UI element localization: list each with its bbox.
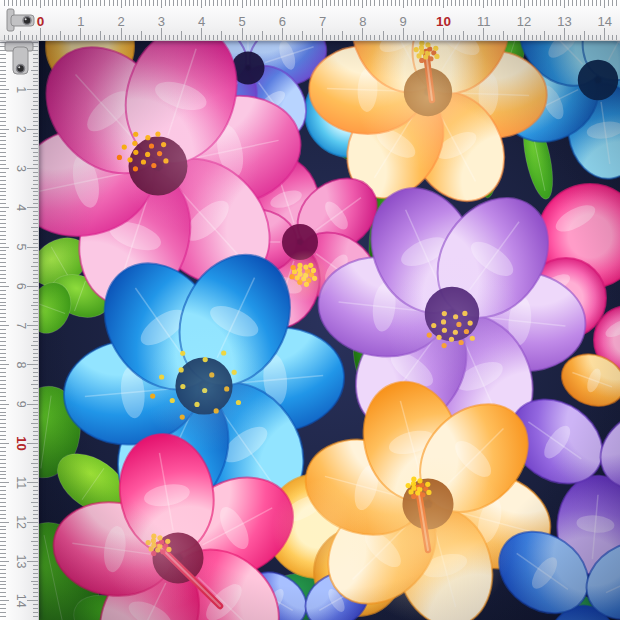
hruler-number-11: 11	[477, 14, 491, 29]
vruler-metal-end	[5, 42, 33, 74]
hruler-rivet-hole	[23, 17, 31, 25]
fabric-scale-photo: 1234567891011121314 01234567891011121314	[0, 0, 620, 620]
vruler-number-12: 12	[14, 515, 28, 529]
vruler-number-7: 7	[14, 322, 28, 329]
hruler-metal-end	[7, 9, 34, 31]
hruler-number-6: 6	[279, 14, 286, 29]
vruler-rivet-hole	[17, 65, 25, 73]
vruler-number-14: 14	[14, 594, 28, 608]
horizontal-ruler-scale: 01234567891011121314	[0, 0, 620, 40]
vruler-number-4: 4	[14, 204, 28, 211]
hruler-number-9: 9	[400, 14, 407, 29]
hruler-number-0: 0	[37, 14, 45, 29]
vruler-number-1: 1	[14, 86, 28, 93]
hruler-number-1: 1	[77, 14, 84, 29]
vruler-number-2: 2	[14, 126, 28, 133]
vertical-ruler: 1234567891011121314	[0, 40, 39, 620]
hruler-number-5: 5	[238, 14, 245, 29]
horizontal-ruler: 01234567891011121314	[0, 0, 620, 41]
hruler-number-13: 13	[557, 14, 571, 29]
hruler-number-10: 10	[436, 14, 451, 29]
hruler-number-2: 2	[117, 14, 124, 29]
vruler-number-3: 3	[14, 165, 28, 172]
hruler-number-8: 8	[359, 14, 366, 29]
vertical-ruler-scale: 1234567891011121314	[0, 40, 38, 620]
vruler-number-5: 5	[14, 244, 28, 251]
vruler-number-8: 8	[14, 361, 28, 368]
flower-fabric-photo	[38, 40, 620, 620]
vruler-number-9: 9	[14, 401, 28, 408]
vruler-number-13: 13	[14, 554, 28, 568]
hruler-number-3: 3	[158, 14, 165, 29]
hruler-number-12: 12	[517, 14, 531, 29]
hruler-number-14: 14	[597, 14, 611, 29]
vignette	[38, 40, 620, 620]
vruler-number-6: 6	[14, 283, 28, 290]
vruler-number-11: 11	[14, 476, 28, 489]
hruler-number-4: 4	[198, 14, 205, 29]
hruler-number-7: 7	[319, 14, 326, 29]
vruler-number-10: 10	[14, 436, 29, 450]
